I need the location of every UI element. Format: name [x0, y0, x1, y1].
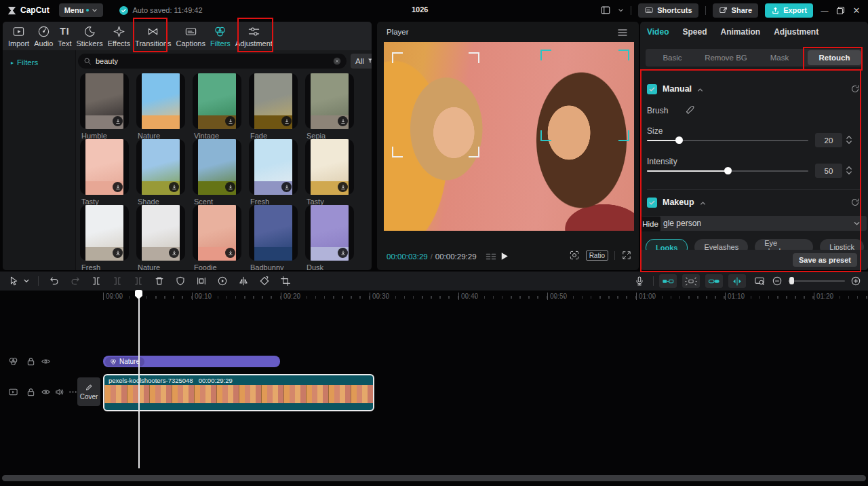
- intensity-stepper[interactable]: [846, 164, 852, 177]
- delete-right-icon[interactable]: [133, 276, 144, 286]
- download-icon[interactable]: [338, 248, 348, 258]
- intensity-slider[interactable]: [647, 167, 808, 174]
- size-stepper[interactable]: [846, 133, 852, 147]
- media-tab-captions[interactable]: Captions: [176, 25, 205, 48]
- redo-icon[interactable]: [70, 276, 81, 286]
- record-voiceover-icon[interactable]: [634, 276, 645, 286]
- collapse-makeup-icon[interactable]: [700, 200, 706, 206]
- filter-tile-nature[interactable]: [136, 205, 185, 261]
- makeup-checkbox[interactable]: [647, 198, 657, 208]
- tab-video[interactable]: Video: [647, 27, 669, 37]
- filter-tile-tasty[interactable]: [80, 139, 129, 195]
- collapse-manual-icon[interactable]: [697, 87, 703, 93]
- size-slider[interactable]: [647, 136, 808, 144]
- download-icon[interactable]: [113, 248, 123, 258]
- all-filter-button[interactable]: All: [351, 54, 372, 69]
- reset-manual-icon[interactable]: [850, 84, 860, 94]
- track-more-icon[interactable]: [68, 387, 78, 397]
- subtab-remove-bg[interactable]: Remove BG: [699, 49, 753, 67]
- download-icon[interactable]: [169, 248, 179, 258]
- tab-adjustment[interactable]: Adjustment: [774, 27, 818, 37]
- media-tab-import[interactable]: Import: [8, 25, 29, 48]
- preview-axis-toggle[interactable]: [728, 274, 746, 288]
- filter-tile-fresh[interactable]: [80, 205, 129, 261]
- lock-video-track-icon[interactable]: [26, 387, 36, 397]
- select-tool-chevron-icon[interactable]: [23, 278, 30, 284]
- zoom-in-icon[interactable]: [850, 276, 861, 286]
- filter-tile-humble[interactable]: [80, 73, 129, 129]
- share-button[interactable]: Share: [713, 3, 759, 18]
- select-tool-icon[interactable]: [8, 276, 19, 286]
- fullscreen-icon[interactable]: [621, 250, 632, 261]
- zoom-slider-thumb[interactable]: [789, 277, 794, 284]
- filter-tile-foodie[interactable]: [193, 205, 241, 261]
- ratio-button[interactable]: Ratio: [586, 250, 608, 261]
- filter-tile-badbunny[interactable]: [249, 205, 298, 261]
- close-button[interactable]: ✕: [852, 5, 861, 16]
- filter-clip-nature[interactable]: Nature: [103, 356, 280, 367]
- filter-tile-tasty[interactable]: [305, 139, 354, 195]
- play-button[interactable]: [499, 251, 509, 261]
- size-value[interactable]: 20: [815, 133, 842, 147]
- timeline-zoom-slider[interactable]: [788, 280, 845, 282]
- save-as-preset-button[interactable]: Save as preset: [793, 253, 857, 267]
- reset-makeup-icon[interactable]: [850, 198, 860, 207]
- split-icon[interactable]: [91, 276, 102, 286]
- download-icon[interactable]: [281, 182, 292, 192]
- brush-tool-icon[interactable]: [685, 104, 696, 115]
- toggle-video-track-icon[interactable]: [41, 387, 51, 397]
- tab-animation[interactable]: Animation: [720, 27, 760, 37]
- media-tab-stickers[interactable]: Stickers: [77, 25, 103, 48]
- toggle-filter-track-icon[interactable]: [41, 356, 51, 367]
- speed-icon[interactable]: [217, 276, 228, 286]
- media-tab-audio[interactable]: Audio: [34, 25, 53, 48]
- render-preview-icon[interactable]: [754, 276, 765, 286]
- filter-tile-shade[interactable]: [136, 139, 185, 195]
- size-slider-thumb[interactable]: [675, 136, 683, 144]
- mirror-icon[interactable]: [238, 276, 249, 286]
- delete-left-icon[interactable]: [112, 276, 123, 286]
- manual-checkbox[interactable]: [647, 84, 657, 94]
- lock-filter-track-icon[interactable]: [26, 356, 36, 367]
- filter-tile-dusk[interactable]: [305, 205, 354, 261]
- focus-face-icon[interactable]: [569, 250, 580, 261]
- download-icon[interactable]: [113, 182, 123, 192]
- layout-icon[interactable]: [600, 5, 611, 16]
- media-tab-effects[interactable]: Effects: [108, 25, 130, 48]
- download-icon[interactable]: [225, 248, 235, 258]
- mute-video-track-icon[interactable]: [54, 387, 64, 397]
- sidebar-item-filters[interactable]: ▸ Filters: [11, 58, 75, 67]
- timeline-ruler[interactable]: 00:0000:1000:2000:3000:4000:5001:0001:10…: [0, 291, 868, 303]
- rotate-icon[interactable]: [259, 276, 270, 286]
- media-tab-filters[interactable]: Filters: [210, 25, 231, 48]
- preview-quality-icon[interactable]: [485, 252, 497, 261]
- media-tab-adjustment[interactable]: Adjustment: [235, 25, 273, 48]
- video-preview[interactable]: [384, 42, 634, 231]
- media-tab-text[interactable]: TIText: [58, 25, 71, 48]
- download-icon[interactable]: [338, 116, 348, 126]
- minimize-button[interactable]: —: [820, 6, 829, 14]
- export-button[interactable]: Export: [765, 3, 813, 18]
- download-icon[interactable]: [281, 116, 292, 126]
- delete-icon[interactable]: [154, 276, 165, 286]
- zoom-out-icon[interactable]: [772, 276, 783, 286]
- filter-tile-fresh[interactable]: [249, 139, 298, 195]
- timeline-scrollbar[interactable]: [2, 475, 866, 481]
- download-icon[interactable]: [225, 182, 235, 192]
- crop-icon[interactable]: [280, 276, 291, 286]
- subtab-retouch[interactable]: Retouch: [808, 50, 861, 65]
- main-track-magnet-toggle[interactable]: [659, 274, 677, 288]
- undo-icon[interactable]: [49, 276, 60, 286]
- intensity-value[interactable]: 50: [815, 164, 842, 178]
- intensity-slider-thumb[interactable]: [724, 167, 732, 174]
- filter-tile-scent[interactable]: [193, 139, 241, 195]
- subtab-mask[interactable]: Mask: [753, 49, 806, 67]
- maximize-button[interactable]: [836, 6, 845, 15]
- auto-snap-toggle[interactable]: [682, 274, 700, 288]
- freeze-frame-icon[interactable]: [196, 276, 207, 286]
- download-icon[interactable]: [225, 116, 235, 126]
- shortcuts-button[interactable]: Shortcuts: [638, 3, 698, 18]
- filter-tile-vintage[interactable]: [193, 73, 241, 129]
- link-clips-toggle[interactable]: [705, 274, 723, 288]
- filter-tile-nature[interactable]: [136, 73, 185, 129]
